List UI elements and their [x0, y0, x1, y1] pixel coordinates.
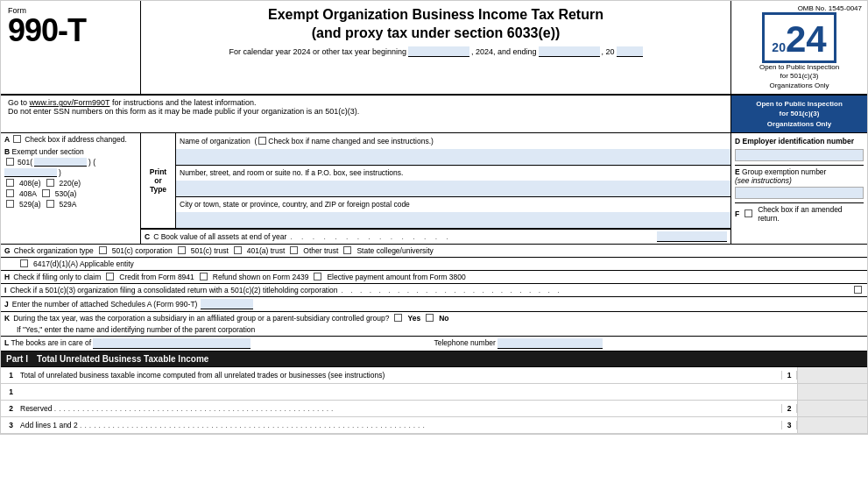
label-a: A [4, 135, 10, 144]
state-college-checkbox[interactable] [343, 246, 351, 254]
501c-input[interactable] [34, 158, 87, 167]
tax-year-end: , 20 [602, 47, 615, 56]
book-value-label: C Book value of all assets at end of yea… [153, 232, 286, 241]
book-value-row: C C Book value of all assets at end of y… [141, 229, 730, 244]
line-1b-num: 1 [1, 387, 17, 396]
name-changed-checkbox[interactable] [258, 137, 266, 145]
other-trust-checkbox[interactable] [290, 246, 298, 254]
line-1-desc: Total of unrelated business taxable inco… [17, 370, 781, 380]
refund-2439-checkbox[interactable] [200, 273, 208, 280]
501c-close: ) [59, 168, 61, 177]
open-public-label: Open to Public Inspection [735, 99, 864, 109]
credit-8941-label: Credit from Form 8941 [119, 273, 194, 281]
i-text: Check if a 501(c)(3) organization filing… [10, 286, 337, 295]
other-trust-label: Other trust [303, 246, 338, 255]
501c-corp-checkbox[interactable] [99, 246, 107, 254]
address-input[interactable] [176, 181, 730, 196]
k-text: During the tax year, was the corporation… [13, 314, 389, 323]
tax-year-end-input[interactable] [617, 46, 643, 57]
tax-year-beginning-input[interactable] [408, 46, 469, 57]
line-3-num-right: 3 [781, 421, 797, 429]
section-g-sub-row: 6417(d)(1)(A) Applicable entity [1, 258, 867, 271]
6417d-checkbox[interactable] [20, 259, 28, 267]
form-number-block: Form 990-T [1, 1, 141, 94]
orgs-only: Organizations Only [769, 82, 829, 89]
220e-checkbox[interactable] [46, 179, 54, 187]
line-2-desc: Reserved ...............................… [17, 403, 781, 414]
address-label-text: Number, street, and room or suite no. If… [180, 168, 403, 177]
group-exemption-input[interactable] [735, 187, 864, 199]
i-dots: . . . . . . . . . . . . . . . . . . . . … [342, 286, 849, 295]
line-1-num-right: 1 [781, 371, 797, 380]
section-k-block: K During the tax year, was the corporati… [1, 312, 867, 337]
part1-header: Part I Total Unrelated Business Taxable … [1, 351, 867, 367]
state-college-label: State college/university [356, 246, 433, 255]
exempt-under-label: Exempt under section [12, 147, 84, 156]
name-changed-text: Check box if name changed and see instru… [268, 137, 434, 146]
header-right-block: OMB No. 1545-0047 2024 Open to Public In… [731, 1, 867, 94]
print-or-type-text: PrintorType [150, 167, 166, 194]
j-letter: J [4, 300, 9, 309]
col-ab-left: A Check box if address changed. B Exempt… [1, 133, 141, 244]
i-checkbox[interactable] [854, 286, 862, 294]
220e-label: 220(e) [60, 179, 81, 188]
k-no-checkbox[interactable] [426, 314, 434, 322]
529a-checkbox[interactable] [6, 200, 14, 208]
k-yes-checkbox[interactable] [394, 314, 402, 322]
credit-8941-checkbox[interactable] [106, 273, 114, 280]
6417d-label: 6417(d)(1)(A) Applicable entity [33, 259, 134, 268]
tax-year-text: For calendar year 2024 or other tax year… [229, 47, 406, 56]
line-1b-amount [797, 384, 867, 400]
tax-year-ending-input[interactable] [539, 46, 600, 57]
address-changed-checkbox[interactable] [13, 135, 21, 143]
501c-sub-input[interactable] [4, 168, 57, 177]
section-j-row: J Enter the number of attached Schedules… [1, 297, 867, 312]
529A-checkbox[interactable] [46, 200, 54, 208]
408e-checkbox[interactable] [6, 179, 14, 187]
section-i-row: I Check if a 501(c)(3) organization fili… [1, 284, 867, 297]
city-input[interactable] [176, 212, 730, 228]
j-text: Enter the number of attached Schedules A… [12, 300, 198, 309]
line-2-dots: ........................................… [54, 404, 336, 413]
elective-3800-checkbox[interactable] [314, 273, 321, 280]
ssn-warning: Do not enter SSN numbers on this form as… [8, 107, 723, 116]
408a-checkbox[interactable] [6, 189, 14, 197]
j-input[interactable] [201, 299, 253, 309]
section-d-label: D Employer identification number [735, 135, 864, 147]
refund-2439-label: Refund shown on Form 2439 [213, 273, 309, 281]
amended-return-checkbox[interactable] [745, 209, 752, 217]
h-letter: H [4, 273, 10, 281]
k-no-label: No [439, 314, 448, 323]
book-value-c-label: C [145, 232, 150, 241]
501c-trust-checkbox[interactable] [178, 246, 186, 254]
501c-trust-label: 501(c) trust [191, 246, 229, 255]
line-3-row: 3 Add lines 1 and 2 ....................… [1, 417, 867, 434]
employer-id-input[interactable] [735, 149, 864, 161]
f-letter: F [735, 209, 739, 218]
name-input[interactable] [176, 149, 730, 165]
telephone-input[interactable] [498, 338, 603, 349]
l-letter: L [4, 338, 9, 347]
tax-year-display: 2024 [762, 12, 836, 63]
530a-checkbox[interactable] [42, 189, 50, 197]
line-1b-row: 1 [1, 384, 867, 401]
website-link[interactable]: www.irs.gov/Form990T [30, 98, 110, 107]
book-value-input[interactable] [657, 231, 727, 242]
amended-return-label: Check box if an amended return. [758, 205, 864, 223]
form-990t: Form 990-T Exempt Organization Business … [0, 0, 868, 435]
line-3-desc: Add lines 1 and 2 ......................… [17, 420, 781, 430]
omb-number: OMB No. 1545-0047 [737, 4, 862, 12]
line-2-num-right: 2 [781, 404, 797, 413]
k-sub-text: If "Yes," enter the name and identifying… [17, 325, 255, 334]
401a-trust-checkbox[interactable] [234, 246, 242, 254]
info-bar-main: Go to www.irs.gov/Form990T for instructi… [1, 96, 731, 132]
k-yes-label: Yes [407, 314, 420, 323]
elective-3800-label: Elective payment amount from Form 3800 [327, 273, 465, 281]
g-text: Check organization type [14, 246, 94, 255]
city-label: City or town, state or province, country… [176, 196, 730, 212]
name-field-label: Name of organization ( Check box if name… [176, 133, 730, 149]
books-right: Telephone number [434, 338, 864, 349]
books-care-of-input[interactable] [93, 338, 251, 349]
501c-checkbox[interactable] [6, 158, 14, 166]
employer-id-label: Employer identification number [743, 137, 855, 146]
